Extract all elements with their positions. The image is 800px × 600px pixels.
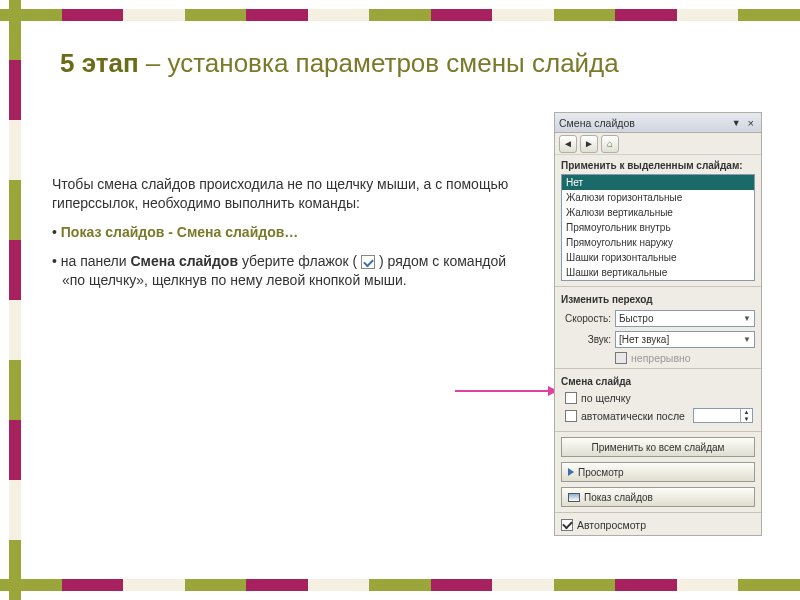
paragraph-instruction: • на панели Смена слайдов уберите флажок… (52, 252, 512, 290)
slide-transition-panel: Смена слайдов ▼ × ◄ ► ⌂ Применить к выде… (554, 112, 762, 536)
play-icon (568, 468, 574, 476)
slideshow-button[interactable]: Показ слайдов (561, 487, 755, 507)
modify-transition-label: Изменить переход (555, 289, 761, 308)
chevron-down-icon: ▼ (743, 314, 751, 323)
decor-bottom (0, 579, 800, 591)
monitor-icon (568, 493, 580, 502)
advance-slide-label: Смена слайда (555, 371, 761, 390)
arrow-right-icon: ► (584, 138, 594, 149)
checkbox-icon (361, 255, 375, 269)
list-item[interactable]: Прямоугольник наружу (562, 235, 754, 250)
arrow-left-icon: ◄ (563, 138, 573, 149)
list-item[interactable]: Шашки горизонтальные (562, 250, 754, 265)
speed-dropdown[interactable]: Быстро▼ (615, 310, 755, 327)
decor-top (0, 9, 800, 21)
loop-checkbox (615, 352, 627, 364)
close-icon[interactable]: × (745, 117, 757, 129)
paragraph-intro: Чтобы смена слайдов происходила не по ще… (52, 175, 512, 213)
apply-to-label: Применить к выделенным слайдам: (555, 155, 761, 174)
list-item[interactable]: Шашки вертикальные (562, 265, 754, 280)
list-item[interactable]: Прямоугольник внутрь (562, 220, 754, 235)
panel-titlebar: Смена слайдов ▼ × (555, 113, 761, 133)
nav-back-button[interactable]: ◄ (559, 135, 577, 153)
spinner-down-icon[interactable]: ▼ (740, 416, 752, 423)
list-item[interactable]: Жалюзи горизонтальные (562, 190, 754, 205)
nav-forward-button[interactable]: ► (580, 135, 598, 153)
on-click-label: по щелчку (581, 392, 631, 404)
page-title: 5 этап – установка параметров смены слай… (60, 48, 760, 79)
auto-after-time-field[interactable]: ▲▼ (693, 408, 753, 423)
body-text: Чтобы смена слайдов происходила не по ще… (52, 175, 512, 299)
auto-after-checkbox[interactable] (565, 410, 577, 422)
on-click-checkbox[interactable] (565, 392, 577, 404)
panel-menu-dropdown-icon[interactable]: ▼ (728, 118, 745, 128)
title-step: 5 этап (60, 48, 139, 78)
sound-dropdown[interactable]: [Нет звука]▼ (615, 331, 755, 348)
loop-label: непрерывно (631, 352, 691, 364)
command-path: Показ слайдов - Смена слайдов… (61, 224, 299, 240)
autopreview-label: Автопросмотр (577, 519, 646, 531)
panel-title: Смена слайдов (559, 117, 728, 129)
home-icon: ⌂ (607, 138, 613, 149)
list-item[interactable]: Жалюзи вертикальные (562, 205, 754, 220)
panel-nav: ◄ ► ⌂ (555, 133, 761, 155)
list-item[interactable]: Нет (562, 175, 754, 190)
spinner-up-icon[interactable]: ▲ (740, 409, 752, 416)
arrow-annotation (455, 390, 550, 392)
title-rest: – установка параметров смены слайда (139, 48, 619, 78)
apply-all-button[interactable]: Применить ко всем слайдам (561, 437, 755, 457)
auto-after-label: автоматически после (581, 410, 685, 422)
autopreview-checkbox[interactable] (561, 519, 573, 531)
nav-home-button[interactable]: ⌂ (601, 135, 619, 153)
preview-button[interactable]: Просмотр (561, 462, 755, 482)
sound-label: Звук: (561, 334, 611, 345)
speed-label: Скорость: (561, 313, 611, 324)
chevron-down-icon: ▼ (743, 335, 751, 344)
effects-listbox[interactable]: Нет Жалюзи горизонтальные Жалюзи вертика… (561, 174, 755, 281)
decor-left (9, 0, 21, 600)
